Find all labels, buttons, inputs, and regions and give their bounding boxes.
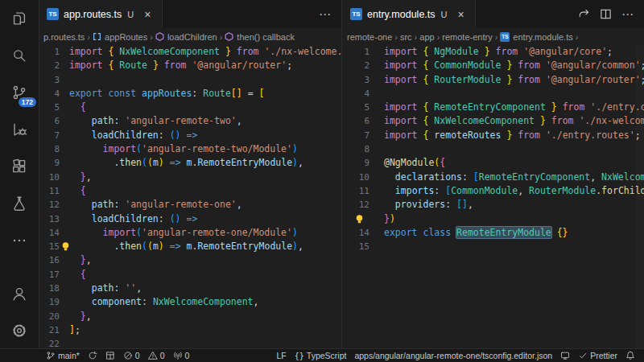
code-line[interactable]: 12 path: 'angular-remote-one', bbox=[39, 198, 341, 212]
vertical-scrollbar[interactable] bbox=[636, 45, 644, 349]
code-line[interactable]: 10 declarations: [RemoteEntryComponent, … bbox=[342, 171, 644, 184]
close-icon[interactable]: × bbox=[454, 8, 467, 21]
code-line[interactable]: 20 }, bbox=[39, 310, 341, 323]
line-number[interactable]: 21 bbox=[39, 323, 60, 337]
line-number[interactable]: 9 bbox=[39, 156, 60, 170]
close-icon[interactable]: × bbox=[141, 8, 154, 21]
breadcrumb-item-remote-entry[interactable]: remote-entry bbox=[442, 32, 492, 42]
more-actions-icon[interactable]: ⋯ bbox=[621, 10, 634, 19]
line-number[interactable]: 6 bbox=[39, 114, 60, 128]
code-line[interactable]: 8 import('angular-remote-two/Module') bbox=[39, 142, 341, 156]
line-number[interactable]: 9 bbox=[342, 156, 369, 170]
code-line[interactable]: 13 loadChildren: () => bbox=[39, 212, 341, 226]
status-ports[interactable]: 0 bbox=[169, 349, 194, 362]
line-number[interactable]: 19 bbox=[39, 295, 60, 309]
line-number[interactable]: 4 bbox=[39, 87, 60, 101]
extensions-icon[interactable] bbox=[0, 148, 39, 185]
code-line[interactable]: 15 bbox=[342, 240, 644, 253]
status-screen-share[interactable] bbox=[556, 349, 574, 362]
code-line[interactable]: 7import { remoteRoutes } from './entry.r… bbox=[342, 129, 644, 142]
code-line[interactable]: 11 imports: [CommonModule, RouterModule.… bbox=[342, 184, 644, 198]
open-changes-icon[interactable] bbox=[578, 8, 590, 20]
line-number[interactable]: 20 bbox=[39, 310, 60, 323]
breadcrumb-item-entry-module-ts[interactable]: TSentry.module.ts bbox=[500, 32, 572, 42]
line-number[interactable]: 12 bbox=[342, 198, 369, 212]
line-number[interactable]: 15 bbox=[342, 240, 369, 253]
line-number[interactable]: 18 bbox=[39, 282, 60, 295]
code-line[interactable]: 12 providers: [], bbox=[342, 198, 644, 212]
line-number[interactable]: 8 bbox=[39, 142, 60, 156]
code-line[interactable]: 7 loadChildren: () => bbox=[39, 129, 341, 142]
breadcrumb-item-approutes[interactable]: appRoutes bbox=[93, 32, 147, 42]
code-line[interactable]: 13}) bbox=[342, 212, 644, 226]
line-number[interactable]: 10 bbox=[39, 171, 60, 184]
line-number[interactable]: 8 bbox=[342, 142, 369, 156]
code-line[interactable]: 5 { bbox=[39, 101, 341, 114]
code-line[interactable]: 9@NgModule({ bbox=[342, 156, 644, 170]
code-line[interactable]: 8 bbox=[342, 142, 644, 156]
line-number[interactable]: 1 bbox=[39, 45, 60, 59]
line-number[interactable]: 14 bbox=[39, 226, 60, 240]
line-number[interactable]: 3 bbox=[342, 73, 369, 87]
code-line[interactable]: 1import { NxWelcomeComponent } from './n… bbox=[39, 45, 341, 59]
settings-icon[interactable] bbox=[0, 312, 39, 349]
line-number[interactable]: 12 bbox=[39, 198, 60, 212]
status-sync-changes[interactable] bbox=[84, 349, 101, 362]
code-line[interactable]: 6 path: 'angular-remote-two', bbox=[39, 114, 341, 128]
status-formatter[interactable]: Prettier bbox=[574, 349, 621, 362]
source-control-icon[interactable]: 172 bbox=[0, 74, 39, 111]
code-editor-right[interactable]: 1import { NgModule } from '@angular/core… bbox=[342, 45, 644, 349]
line-number[interactable]: 5 bbox=[342, 101, 369, 114]
more-actions-icon[interactable]: ⋯ bbox=[319, 10, 332, 19]
testing-icon[interactable] bbox=[0, 185, 39, 222]
line-number[interactable]: 13 bbox=[39, 212, 60, 226]
code-editor-left[interactable]: 1import { NxWelcomeComponent } from './n… bbox=[39, 45, 341, 349]
line-number[interactable]: 15 bbox=[39, 240, 60, 253]
breadcrumb-item-remote-one[interactable]: remote-one bbox=[347, 32, 392, 42]
code-line[interactable]: 18 path: '', bbox=[39, 282, 341, 295]
split-editor-icon[interactable] bbox=[600, 8, 612, 20]
line-number[interactable]: 7 bbox=[342, 129, 369, 142]
code-line[interactable]: 14export class RemoteEntryModule {} bbox=[342, 226, 644, 240]
line-number[interactable]: 22 bbox=[39, 337, 60, 349]
code-line[interactable]: 9 .then((m) => m.RemoteEntryModule), bbox=[39, 156, 341, 170]
code-line[interactable]: 17 { bbox=[39, 268, 341, 282]
status-errors[interactable]: 0 bbox=[119, 349, 144, 362]
code-line[interactable]: 16 }, bbox=[39, 253, 341, 267]
breadcrumb-item-p-routes-ts[interactable]: p.routes.ts bbox=[43, 32, 85, 42]
code-line[interactable]: 11 { bbox=[39, 184, 341, 198]
code-line[interactable]: 22 bbox=[39, 337, 341, 349]
line-number[interactable]: 5 bbox=[39, 101, 60, 114]
line-number[interactable]: 6 bbox=[342, 114, 369, 128]
breadcrumb-item-app[interactable]: app bbox=[419, 32, 434, 42]
account-icon[interactable] bbox=[0, 275, 39, 312]
line-number[interactable]: 3 bbox=[39, 73, 60, 87]
code-line[interactable]: 5import { RemoteEntryComponent } from '.… bbox=[342, 101, 644, 114]
status-warnings[interactable]: 0 bbox=[144, 349, 169, 362]
line-number[interactable]: 4 bbox=[342, 87, 369, 101]
code-line[interactable]: 3import { RouterModule } from '@angular/… bbox=[342, 73, 644, 87]
run-and-debug-icon[interactable] bbox=[0, 111, 39, 148]
line-number[interactable]: 16 bbox=[39, 253, 60, 267]
breadcrumb-item-loadchildren[interactable]: loadChildren bbox=[155, 32, 217, 42]
code-line[interactable]: 1import { NgModule } from '@angular/core… bbox=[342, 45, 644, 59]
code-line[interactable]: 3 bbox=[39, 73, 341, 87]
status-notifications[interactable] bbox=[621, 349, 639, 362]
tab-app-routes-ts[interactable]: TS app.routes.ts U × bbox=[39, 0, 163, 28]
line-number[interactable]: 1 bbox=[342, 45, 369, 59]
line-number[interactable]: 2 bbox=[39, 59, 60, 72]
lightbulb-icon[interactable] bbox=[60, 241, 76, 253]
code-line[interactable]: 6import { NxWelcomeComponent } from './n… bbox=[342, 114, 644, 128]
lightbulb-icon[interactable] bbox=[354, 213, 370, 225]
line-number[interactable]: 17 bbox=[39, 268, 60, 282]
tab-entry-module-ts[interactable]: TS entry.module.ts U × bbox=[342, 0, 476, 28]
status-eol[interactable]: LF bbox=[272, 349, 290, 362]
status-editor-layout[interactable] bbox=[101, 349, 119, 362]
line-number[interactable]: 11 bbox=[39, 184, 60, 198]
explorer-icon[interactable] bbox=[0, 0, 39, 37]
status-language-mode[interactable]: {}TypeScript bbox=[291, 349, 351, 362]
search-icon[interactable] bbox=[0, 37, 39, 74]
code-line[interactable]: 4export const appRoutes: Route[] = [ bbox=[39, 87, 341, 101]
line-number[interactable]: 14 bbox=[342, 226, 369, 240]
code-line[interactable]: 4 bbox=[342, 87, 644, 101]
